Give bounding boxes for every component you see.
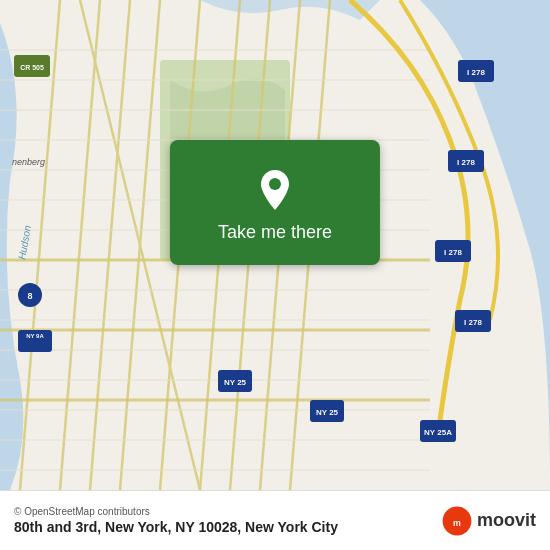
map-container: I 278 I 278 I 278 I 278 NY 9A NY 25 NY 2… [0, 0, 550, 490]
svg-text:NY 25: NY 25 [224, 378, 247, 387]
svg-text:NY 9A: NY 9A [26, 333, 44, 339]
moovit-logo-icon: m [441, 505, 473, 537]
svg-point-52 [269, 178, 281, 190]
svg-text:I 278: I 278 [467, 68, 485, 77]
svg-text:I 278: I 278 [464, 318, 482, 327]
svg-text:8: 8 [27, 291, 32, 301]
svg-text:I 278: I 278 [444, 248, 462, 257]
footer: © OpenStreetMap contributors 80th and 3r… [0, 490, 550, 550]
moovit-brand-name: moovit [477, 510, 536, 531]
osm-credit: © OpenStreetMap contributors [14, 506, 338, 517]
svg-text:nenberg: nenberg [12, 157, 45, 167]
svg-text:m: m [453, 517, 461, 527]
location-pin-icon [257, 168, 293, 212]
take-me-there-button[interactable]: Take me there [170, 140, 380, 265]
svg-text:I 278: I 278 [457, 158, 475, 167]
cta-label: Take me there [218, 222, 332, 243]
address-text: 80th and 3rd, New York, NY 10028, New Yo… [14, 519, 338, 535]
svg-text:NY 25A: NY 25A [424, 428, 452, 437]
svg-text:CR 505: CR 505 [20, 64, 44, 71]
footer-left: © OpenStreetMap contributors 80th and 3r… [14, 506, 338, 535]
cta-button-wrapper: Take me there [170, 140, 380, 265]
svg-text:NY 25: NY 25 [316, 408, 339, 417]
moovit-logo[interactable]: m moovit [441, 505, 536, 537]
